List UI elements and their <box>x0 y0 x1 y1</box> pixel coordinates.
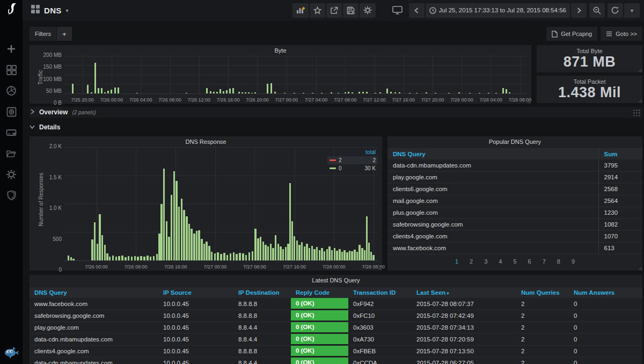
panel-title-latest[interactable]: Latest DNS Query <box>30 275 642 285</box>
page-number[interactable]: 3 <box>484 258 487 265</box>
cell: 2 <box>516 322 569 333</box>
chart-bar <box>211 252 213 260</box>
col-header-reply-code[interactable]: Reply Code <box>291 287 348 298</box>
chart-bar <box>469 93 471 93</box>
add-icon[interactable] <box>5 43 17 55</box>
chart-bar <box>260 237 262 260</box>
dns-query-cell: clients6.google.com <box>387 183 598 195</box>
col-header-num-queries[interactable]: Num Queries <box>516 287 569 298</box>
chart-bar <box>306 244 308 261</box>
col-header-num-answers[interactable]: Num Answers <box>569 287 642 298</box>
chart-bar <box>230 253 232 260</box>
chart-bar <box>248 92 250 93</box>
col-header-sum[interactable]: Sum <box>598 148 642 159</box>
chart-bar <box>238 92 240 93</box>
shark-logo[interactable] <box>3 346 19 360</box>
cell: 0xFC10 <box>348 310 412 322</box>
folder-icon[interactable] <box>5 148 17 159</box>
page-number[interactable]: 5 <box>513 258 516 265</box>
gridline <box>141 56 141 93</box>
chart-bar <box>254 229 257 260</box>
settings-gear-icon[interactable] <box>360 3 376 18</box>
page-number[interactable]: 4 <box>499 258 502 265</box>
col-header-last-seen[interactable]: Last Seen ▾ <box>412 287 516 298</box>
panel-title-byte[interactable]: Byte <box>30 45 531 55</box>
gear-icon[interactable] <box>5 169 17 180</box>
row-toggle-details[interactable]: Details <box>30 122 642 133</box>
dashboard-grid-icon[interactable] <box>31 5 40 16</box>
gridline <box>433 56 433 93</box>
chart-bar <box>311 246 313 260</box>
gridline <box>64 65 527 65</box>
row-drag-handle[interactable] <box>633 109 640 116</box>
dashboard-title[interactable]: DNS <box>44 6 62 15</box>
refresh-icon[interactable] <box>608 3 623 18</box>
pagination: 123456789 <box>387 258 642 265</box>
star-icon[interactable] <box>310 3 325 18</box>
chart-bar <box>294 93 295 93</box>
cell: 10.0.0.45 <box>158 298 233 310</box>
cell: 2 <box>516 310 569 322</box>
chart-bar <box>285 247 287 260</box>
chart-bar <box>379 92 381 93</box>
singlestat-total-packet[interactable]: Total Packet 1.438 Mil <box>537 76 642 103</box>
x-tick-label: 7/28 04:00 <box>479 97 502 103</box>
time-range-picker[interactable]: Jul 25, 2015 17:33:13 to Jul 28, 2015 08… <box>426 3 570 18</box>
time-forward-button[interactable] <box>571 3 587 18</box>
page-number[interactable]: 6 <box>528 258 531 265</box>
chart-bar <box>502 88 504 93</box>
gridline <box>491 56 492 93</box>
kiosk-monitor-icon[interactable] <box>389 3 406 18</box>
byte-chart-plot[interactable] <box>64 56 527 94</box>
filters-button[interactable]: Filters <box>30 27 56 41</box>
cell: 2 <box>516 298 569 310</box>
page-number[interactable]: 7 <box>543 258 546 265</box>
save-icon[interactable] <box>343 3 358 18</box>
add-filter-button[interactable]: + <box>57 27 72 41</box>
col-header-ip-source[interactable]: IP Source <box>158 287 233 298</box>
row-toggle-overview[interactable]: Overview (2 panels) <box>30 107 642 118</box>
col-header-transaction-id[interactable]: Transaction ID <box>348 287 412 298</box>
grafana-logo[interactable] <box>0 0 23 21</box>
chart-bar <box>339 249 341 260</box>
share-icon[interactable] <box>326 3 342 18</box>
page-number[interactable]: 9 <box>572 258 575 265</box>
vault-icon[interactable] <box>5 106 17 118</box>
chart-bar <box>91 239 93 260</box>
refresh-interval-caret-icon[interactable]: ▾ <box>624 3 640 18</box>
table-row: play.google.com10.0.0.458.8.4.40 (OK)0x3… <box>30 322 642 333</box>
datasource-icon[interactable] <box>5 127 17 139</box>
singlestat-total-byte[interactable]: Total Byte 871 MB <box>537 45 642 72</box>
snapshots-icon[interactable] <box>5 85 17 97</box>
dashboards-icon[interactable] <box>5 64 17 76</box>
chart-bar <box>196 231 198 260</box>
goto-button[interactable]: Goto >> <box>601 27 642 41</box>
get-pcapng-button[interactable]: Get Pcapng <box>546 27 597 41</box>
legend-swatch <box>330 159 336 161</box>
shield-icon[interactable] <box>5 190 17 201</box>
x-tick-label: 7/25 20:00 <box>71 97 94 103</box>
cell: 8.8.8.8 <box>233 345 291 357</box>
col-header-dns-query[interactable]: DNS Query <box>387 148 598 159</box>
col-header-ip-destination[interactable]: IP Destination <box>233 287 291 298</box>
page-number[interactable]: 8 <box>557 258 560 265</box>
dashboard-app: DNS ▾ <box>0 0 644 364</box>
panel-title-popular[interactable]: Popular DNS Query <box>387 136 642 146</box>
legend-total-header[interactable]: total <box>327 148 378 156</box>
col-header-dns-query[interactable]: DNS Query <box>30 287 158 298</box>
panel-title-dns-response[interactable]: DNS Response <box>30 136 382 146</box>
dashboard-caret-icon[interactable]: ▾ <box>66 8 69 13</box>
legend-series-row[interactable]: 22 <box>327 156 378 164</box>
chart-bar <box>352 92 353 93</box>
add-panel-button[interactable] <box>292 3 309 18</box>
legend-series-row[interactable]: 030 K <box>327 164 378 172</box>
zoom-out-icon[interactable] <box>589 3 605 18</box>
time-back-button[interactable] <box>409 3 425 18</box>
chart-bar <box>354 250 356 260</box>
page-number[interactable]: 1 <box>455 258 458 265</box>
row-label-overview: Overview <box>39 108 68 116</box>
table-row: plus.google.com1230 <box>387 207 642 219</box>
y-tick-label: 1.0 K <box>49 205 62 211</box>
page-number[interactable]: 2 <box>470 258 473 265</box>
dns-query-cell: www.facebook.com <box>387 242 598 254</box>
